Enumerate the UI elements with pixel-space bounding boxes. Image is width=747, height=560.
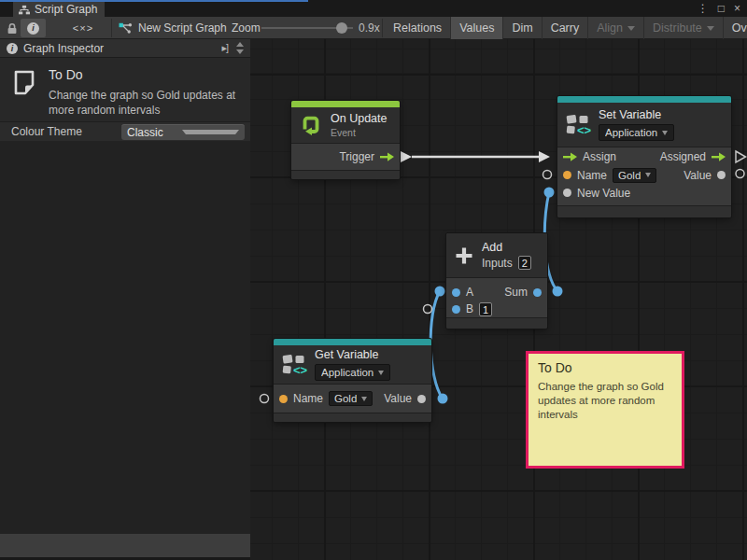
colour-theme-row: Colour Theme Classic bbox=[0, 121, 250, 141]
sticky-note[interactable]: To Do Change the graph so Gold updates a… bbox=[526, 351, 684, 469]
inspector-todo-section: To Do Change the graph so Gold updates a… bbox=[0, 58, 250, 121]
trigger-port[interactable]: Trigger bbox=[339, 150, 394, 163]
assigned-port[interactable]: Assigned bbox=[660, 150, 726, 163]
unconnected-flow-port-marker[interactable] bbox=[736, 151, 746, 162]
svg-text:<>: <> bbox=[577, 123, 591, 137]
variable-scope-dropdown[interactable]: Application bbox=[599, 124, 674, 141]
todo-title: To Do bbox=[49, 67, 240, 82]
chevron-down-icon bbox=[378, 371, 384, 375]
variables-icon: <> bbox=[281, 353, 307, 377]
toolbar-button-distribute[interactable]: Distribute bbox=[644, 17, 724, 39]
b-port[interactable] bbox=[452, 305, 460, 314]
variable-name-dropdown[interactable]: Gold bbox=[329, 391, 373, 406]
window-close-icon[interactable]: × bbox=[734, 0, 740, 17]
variable-color-bar bbox=[557, 96, 731, 103]
inspector-header: i Graph Inspector ▸] bbox=[0, 39, 250, 58]
value-wire-getvalue-to-a[interactable] bbox=[430, 287, 447, 404]
script-graph-icon bbox=[19, 5, 30, 15]
inspector-footer bbox=[0, 534, 250, 557]
set-variable-node[interactable]: <> Set Variable Application Assign bbox=[557, 96, 731, 217]
colour-theme-value: Classic bbox=[127, 126, 176, 139]
inputs-label: Inputs bbox=[482, 257, 513, 270]
scroll-down-icon[interactable] bbox=[236, 49, 244, 54]
value-port[interactable] bbox=[417, 395, 426, 403]
toolbar-button-align[interactable]: Align bbox=[588, 17, 644, 39]
colour-theme-dropdown[interactable]: Classic bbox=[121, 124, 245, 140]
new-value-port[interactable] bbox=[563, 189, 571, 197]
node-footer bbox=[557, 205, 731, 217]
value-port[interactable] bbox=[717, 171, 726, 179]
node-title: Set Variable bbox=[599, 108, 674, 121]
node-footer bbox=[291, 170, 400, 179]
unconnected-value-port-marker[interactable] bbox=[543, 171, 552, 179]
zoom-label: Zoom bbox=[232, 21, 261, 35]
colour-theme-label: Colour Theme bbox=[0, 125, 121, 138]
plus-icon bbox=[454, 245, 474, 266]
zoom-value: 0.9x bbox=[359, 21, 380, 35]
toolbar-button-relations[interactable]: Relations bbox=[385, 17, 451, 39]
unconnected-value-port-marker[interactable] bbox=[736, 170, 744, 178]
variable-scope-dropdown[interactable]: Application bbox=[315, 364, 390, 381]
graph-breadcrumb[interactable]: New Script Graph bbox=[119, 17, 227, 39]
b-value-field[interactable]: 1 bbox=[479, 302, 492, 316]
a-port[interactable] bbox=[452, 288, 460, 297]
window-controls: ⋮ □ × bbox=[698, 0, 740, 17]
sticky-note-body: Change the graph so Gold updates at more… bbox=[538, 380, 670, 422]
tab-bar: Script Graph ⋮ □ × bbox=[0, 0, 747, 17]
name-port[interactable] bbox=[563, 171, 571, 179]
name-port[interactable] bbox=[279, 395, 288, 403]
node-footer bbox=[446, 317, 547, 329]
chevron-down-icon bbox=[645, 173, 651, 177]
window-menu-icon[interactable]: ⋮ bbox=[698, 0, 709, 17]
inputs-count-field[interactable]: 2 bbox=[518, 256, 531, 270]
chevron-down-icon bbox=[182, 130, 239, 134]
zoom-value-wrap: 0.9x bbox=[359, 17, 380, 39]
todo-texts: To Do Change the graph so Gold updates a… bbox=[49, 66, 240, 121]
toolbar-button-carry[interactable]: Carry bbox=[543, 17, 589, 39]
panel-scroll-arrows[interactable] bbox=[233, 42, 247, 54]
dock-panel-icon[interactable]: ▸] bbox=[221, 42, 228, 54]
zoom-slider-handle[interactable] bbox=[336, 22, 347, 34]
variable-name-dropdown[interactable]: Gold bbox=[613, 168, 656, 183]
flow-arrow-icon bbox=[380, 152, 394, 161]
node-title: Get Variable bbox=[315, 348, 390, 361]
lock-button[interactable] bbox=[6, 17, 19, 39]
sum-port[interactable] bbox=[533, 288, 542, 297]
variables-icon: <> bbox=[565, 113, 591, 137]
tab-script-graph[interactable]: Script Graph bbox=[13, 2, 105, 17]
chevron-down-icon bbox=[662, 131, 668, 135]
unconnected-value-port-marker[interactable] bbox=[261, 395, 269, 403]
node-subtitle: Event bbox=[331, 127, 387, 138]
chevron-down-icon bbox=[627, 26, 635, 31]
zoom-slider[interactable] bbox=[261, 27, 353, 29]
code-icon: <×> bbox=[73, 22, 93, 34]
add-node[interactable]: Add Inputs 2 A Sum bbox=[446, 233, 547, 329]
toolbar-button-overview[interactable]: Overview bbox=[724, 17, 747, 39]
toolbar-divider bbox=[111, 19, 112, 37]
toolbar-button-dim[interactable]: Dim bbox=[503, 17, 542, 39]
node-title: Add bbox=[482, 241, 531, 254]
inspector-title: Graph Inspector bbox=[23, 42, 216, 55]
chevron-down-icon bbox=[707, 26, 714, 31]
scroll-up-icon[interactable] bbox=[236, 42, 244, 47]
unconnected-value-port-marker[interactable] bbox=[424, 305, 432, 314]
toolbar-button-group: Relations Values Dim Carry Align Distrib… bbox=[385, 17, 747, 39]
assign-port[interactable]: Assign bbox=[563, 150, 616, 163]
inspector-toggle-button[interactable]: i bbox=[21, 19, 46, 37]
node-title: On Update bbox=[331, 112, 387, 125]
on-update-node[interactable]: On Update Event Trigger bbox=[291, 101, 400, 179]
graph-name-label: New Script Graph bbox=[138, 21, 227, 35]
toolbar-button-values[interactable]: Values bbox=[451, 17, 503, 39]
update-loop-icon bbox=[299, 113, 323, 137]
code-view-button[interactable]: <×> bbox=[65, 17, 101, 39]
window-maximize-icon[interactable]: □ bbox=[718, 0, 725, 17]
zoom-label-wrap: Zoom bbox=[232, 17, 261, 39]
variable-color-bar bbox=[274, 339, 431, 345]
toolbar-divider bbox=[382, 19, 383, 37]
graph-inspector-panel: i Graph Inspector ▸] To Do Change the gr… bbox=[0, 39, 250, 560]
chevron-down-icon bbox=[361, 397, 367, 401]
graph-canvas[interactable]: On Update Event Trigger bbox=[250, 39, 747, 560]
sticky-note-title: To Do bbox=[538, 360, 672, 375]
control-wire-trigger-to-assign[interactable] bbox=[401, 151, 550, 162]
get-variable-node[interactable]: <> Get Variable Application Name bbox=[274, 339, 431, 422]
